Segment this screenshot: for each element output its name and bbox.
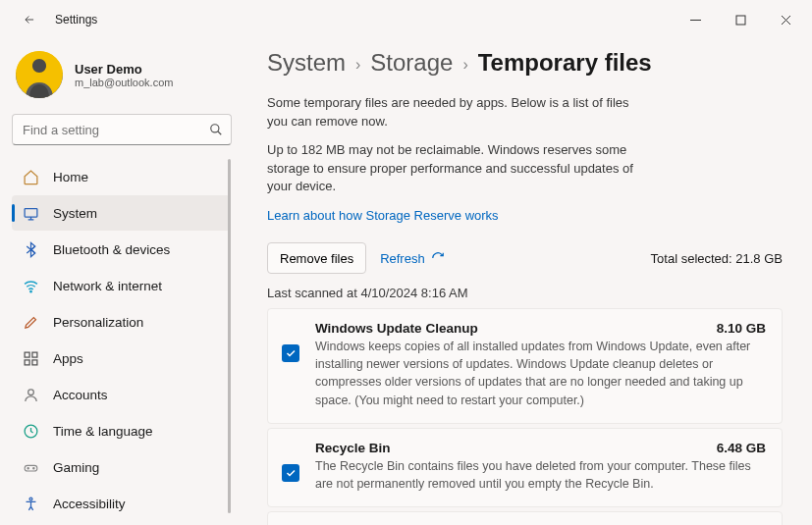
svg-rect-5 bbox=[25, 352, 29, 357]
user-email: m_lab@outlook.com bbox=[75, 77, 173, 88]
titlebar: Settings bbox=[0, 0, 812, 39]
sidebar-item-network[interactable]: Network & internet bbox=[12, 268, 231, 303]
page-description-1: Some temporary files are needed by apps.… bbox=[267, 94, 640, 131]
back-button[interactable] bbox=[20, 10, 39, 29]
svg-rect-3 bbox=[25, 208, 37, 217]
clock-icon bbox=[22, 422, 39, 440]
wifi-icon bbox=[22, 277, 39, 294]
file-card-downloads[interactable]: Downloads6.18 GB Warning: These are file… bbox=[267, 511, 783, 525]
svg-rect-8 bbox=[31, 359, 36, 364]
sidebar-item-gaming[interactable]: Gaming bbox=[12, 449, 231, 485]
svg-point-4 bbox=[29, 290, 30, 291]
breadcrumb-storage[interactable]: Storage bbox=[370, 49, 453, 77]
avatar bbox=[16, 51, 63, 98]
svg-point-2 bbox=[211, 125, 219, 132]
system-icon bbox=[22, 204, 39, 222]
breadcrumb-current: Temporary files bbox=[478, 49, 652, 77]
file-title: Windows Update Cleanup bbox=[315, 321, 478, 336]
svg-rect-0 bbox=[736, 16, 745, 25]
gamepad-icon bbox=[22, 458, 39, 476]
file-card-windows-update[interactable]: Windows Update Cleanup8.10 GB Windows ke… bbox=[267, 308, 783, 424]
svg-point-13 bbox=[32, 467, 33, 468]
search-input[interactable] bbox=[12, 114, 232, 145]
checkbox-checked[interactable] bbox=[282, 344, 299, 362]
file-size: 8.10 GB bbox=[717, 321, 766, 336]
person-icon bbox=[22, 386, 39, 403]
action-row: Remove files Refresh Total selected: 21.… bbox=[267, 242, 783, 274]
file-card-recycle-bin[interactable]: Recycle Bin6.48 GB The Recycle Bin conta… bbox=[267, 428, 783, 507]
svg-point-9 bbox=[27, 389, 33, 394]
sidebar-item-label: Accounts bbox=[53, 388, 108, 402]
svg-rect-7 bbox=[25, 359, 29, 364]
home-icon bbox=[22, 168, 39, 185]
main: System › Storage › Temporary files Some … bbox=[244, 39, 812, 525]
minimize-button[interactable] bbox=[673, 4, 718, 35]
breadcrumb: System › Storage › Temporary files bbox=[267, 49, 783, 77]
sidebar-item-label: Accessibility bbox=[53, 497, 126, 511]
bluetooth-icon bbox=[22, 240, 39, 258]
sidebar-item-label: Apps bbox=[53, 351, 83, 366]
svg-point-12 bbox=[27, 467, 27, 468]
file-description: Windows keeps copies of all installed up… bbox=[315, 338, 766, 409]
sidebar-item-home[interactable]: Home bbox=[12, 159, 231, 194]
user-block[interactable]: User Demo m_lab@outlook.com bbox=[12, 43, 232, 114]
search-icon[interactable] bbox=[206, 120, 226, 139]
scan-time: Last scanned at 4/10/2024 8:16 AM bbox=[267, 286, 783, 300]
refresh-label: Refresh bbox=[380, 251, 425, 266]
sidebar-item-accounts[interactable]: Accounts bbox=[12, 377, 231, 412]
chevron-right-icon: › bbox=[355, 52, 360, 74]
sidebar-item-system[interactable]: System bbox=[12, 195, 231, 231]
sidebar-item-personalization[interactable]: Personalization bbox=[12, 304, 231, 340]
svg-rect-11 bbox=[25, 465, 37, 471]
accessibility-icon bbox=[22, 495, 39, 512]
storage-reserve-link[interactable]: Learn about how Storage Reserve works bbox=[267, 208, 499, 223]
file-list: Windows Update Cleanup8.10 GB Windows ke… bbox=[267, 308, 783, 525]
sidebar-item-bluetooth[interactable]: Bluetooth & devices bbox=[12, 232, 231, 267]
file-size: 6.48 GB bbox=[717, 441, 766, 455]
sidebar-item-label: Gaming bbox=[53, 460, 99, 475]
refresh-icon bbox=[431, 251, 445, 265]
sidebar-item-label: Home bbox=[53, 170, 88, 184]
user-name: User Demo bbox=[75, 62, 173, 77]
sidebar-item-label: System bbox=[53, 206, 97, 221]
chevron-right-icon: › bbox=[462, 52, 467, 74]
sidebar-item-label: Personalization bbox=[53, 315, 143, 330]
file-title: Recycle Bin bbox=[315, 441, 391, 455]
sidebar-item-time[interactable]: Time & language bbox=[12, 413, 231, 448]
nav: Home System Bluetooth & devices Network … bbox=[12, 159, 232, 513]
sidebar-item-label: Network & internet bbox=[53, 279, 162, 293]
total-selected: Total selected: 21.8 GB bbox=[651, 251, 783, 266]
remove-files-button[interactable]: Remove files bbox=[267, 242, 366, 274]
svg-point-14 bbox=[29, 498, 32, 500]
maximize-button[interactable] bbox=[718, 4, 763, 35]
sidebar-item-label: Bluetooth & devices bbox=[53, 242, 170, 257]
sidebar: User Demo m_lab@outlook.com Home System … bbox=[0, 39, 244, 525]
window-title: Settings bbox=[55, 13, 97, 26]
brush-icon bbox=[22, 313, 39, 331]
breadcrumb-system[interactable]: System bbox=[267, 49, 346, 77]
sidebar-item-accessibility[interactable]: Accessibility bbox=[12, 486, 231, 513]
svg-rect-6 bbox=[31, 352, 36, 357]
checkbox-checked[interactable] bbox=[282, 464, 299, 482]
close-button[interactable] bbox=[763, 4, 808, 35]
sidebar-item-label: Time & language bbox=[53, 424, 153, 439]
file-description: The Recycle Bin contains files you have … bbox=[315, 457, 766, 493]
page-description-2: Up to 182 MB may not be reclaimable. Win… bbox=[267, 141, 640, 197]
sidebar-item-apps[interactable]: Apps bbox=[12, 341, 231, 376]
apps-icon bbox=[22, 349, 39, 367]
refresh-button[interactable]: Refresh bbox=[380, 251, 445, 266]
